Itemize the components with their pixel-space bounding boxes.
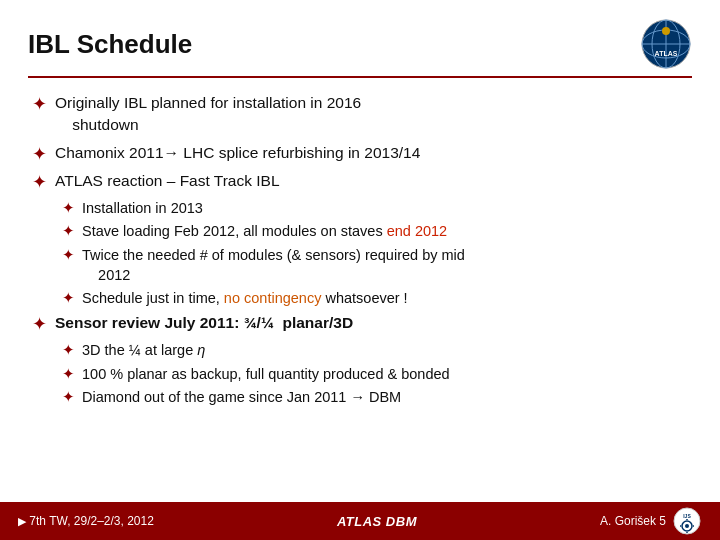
bullet-1: ✦ Originally IBL planned for installatio… <box>32 92 692 137</box>
sub-bullet-3-2: ✦ Stave loading Feb 2012, all modules on… <box>62 221 692 241</box>
sub-bullet-4-2-icon: ✦ <box>62 365 75 383</box>
bullet-1-icon: ✦ <box>32 93 47 115</box>
sub-bullet-3-3-icon: ✦ <box>62 246 75 264</box>
bullet-1-text: Originally IBL planned for installation … <box>55 92 361 137</box>
svg-text:IJS: IJS <box>683 513 691 519</box>
atlas-logo: ATLAS <box>640 18 692 70</box>
bullet-2-text: Chamonix 2011→ LHC splice refurbishing i… <box>55 142 420 164</box>
sub-bullet-4-2-text: 100 % planar as backup, full quantity pr… <box>82 364 450 384</box>
footer-left-label: 7th TW, 29/2–2/3, 2012 <box>29 514 154 528</box>
sub-bullet-3-1: ✦ Installation in 2013 <box>62 198 692 218</box>
bullet-3-text: ATLAS reaction – Fast Track IBL <box>55 170 280 192</box>
slide-header: IBL Schedule ATLAS <box>28 18 692 78</box>
sub-bullet-4-1-text: 3D the ¼ at large η <box>82 340 205 360</box>
sub-bullet-3-4-icon: ✦ <box>62 289 75 307</box>
bullet-4-sub: ✦ 3D the ¼ at large η ✦ 100 % planar as … <box>32 340 692 407</box>
slide-title: IBL Schedule <box>28 29 192 60</box>
slide-footer: ▶ 7th TW, 29/2–2/3, 2012 ATLAS DBM A. Go… <box>0 502 720 540</box>
sub-bullet-3-1-icon: ✦ <box>62 199 75 217</box>
bullet-3: ✦ ATLAS reaction – Fast Track IBL <box>32 170 692 193</box>
bullet-4-text: Sensor review July 2011: ¾/¼ planar/3D <box>55 312 353 334</box>
bullet-2: ✦ Chamonix 2011→ LHC splice refurbishing… <box>32 142 692 165</box>
svg-point-10 <box>685 524 689 528</box>
bullet-3-sub: ✦ Installation in 2013 ✦ Stave loading F… <box>32 198 692 308</box>
svg-point-5 <box>662 27 670 35</box>
bullet-4-icon: ✦ <box>32 313 47 335</box>
sub-bullet-3-2-icon: ✦ <box>62 222 75 240</box>
sub-bullet-4-2: ✦ 100 % planar as backup, full quantity … <box>62 364 692 384</box>
footer-center-text: ATLAS DBM <box>337 514 417 529</box>
sub-bullet-3-3: ✦ Twice the needed # of modules (& senso… <box>62 245 692 286</box>
bullet-2-icon: ✦ <box>32 143 47 165</box>
sub-bullet-4-3-text: Diamond out of the game since Jan 2011 →… <box>82 387 401 407</box>
bullet-3-icon: ✦ <box>32 171 47 193</box>
slide-content: ✦ Originally IBL planned for installatio… <box>28 92 692 407</box>
sub-bullet-3-3-text: Twice the needed # of modules (& sensors… <box>82 245 465 286</box>
sub-bullet-4-1-icon: ✦ <box>62 341 75 359</box>
sub-bullet-3-1-text: Installation in 2013 <box>82 198 203 218</box>
sub-bullet-4-3: ✦ Diamond out of the game since Jan 2011… <box>62 387 692 407</box>
svg-text:ATLAS: ATLAS <box>655 50 678 57</box>
sub-bullet-3-4-text: Schedule just in time, no contingency wh… <box>82 288 408 308</box>
sub-bullet-4-1: ✦ 3D the ¼ at large η <box>62 340 692 360</box>
slide: IBL Schedule ATLAS ✦ Originally IBL plan… <box>0 0 720 540</box>
footer-author: A. Gorišek 5 <box>600 514 666 528</box>
footer-left-text: ▶ 7th TW, 29/2–2/3, 2012 <box>18 514 154 528</box>
bullet-4: ✦ Sensor review July 2011: ¾/¼ planar/3D <box>32 312 692 335</box>
ijs-logo: IJS <box>672 506 702 536</box>
sub-bullet-4-3-icon: ✦ <box>62 388 75 406</box>
footer-right-area: A. Gorišek 5 IJS <box>600 506 702 536</box>
sub-bullet-3-4: ✦ Schedule just in time, no contingency … <box>62 288 692 308</box>
sub-bullet-3-2-text: Stave loading Feb 2012, all modules on s… <box>82 221 447 241</box>
